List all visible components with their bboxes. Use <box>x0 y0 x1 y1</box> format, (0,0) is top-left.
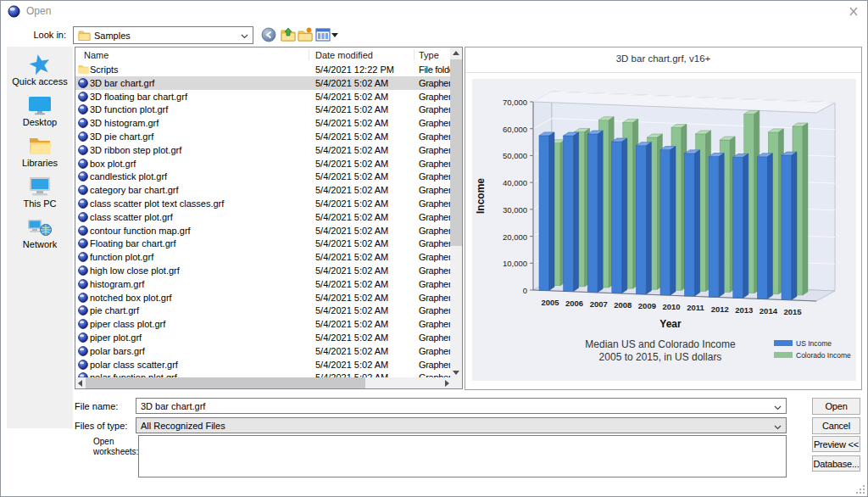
sidebar-item-quick-access[interactable]: Quick access <box>7 50 73 91</box>
svg-text:2015: 2015 <box>783 307 802 316</box>
file-row[interactable]: 3D histogram.grf5/4/2021 5:02 AMGrapher … <box>75 116 450 130</box>
file-name: Floating bar chart.grf <box>90 238 176 248</box>
file-row[interactable]: function plot.grf5/4/2021 5:02 AMGrapher… <box>75 250 450 264</box>
grapher-file-icon <box>78 145 88 155</box>
file-row[interactable]: class scatter plot.grf5/4/2021 5:02 AMGr… <box>75 210 450 224</box>
chevron-down-icon[interactable] <box>774 425 782 430</box>
svg-text:40,000: 40,000 <box>503 178 527 187</box>
vertical-scrollbar[interactable] <box>450 47 462 378</box>
new-folder-icon[interactable] <box>298 27 313 42</box>
file-row[interactable]: notched box plot.grf5/4/2021 5:02 AMGrap… <box>75 291 450 304</box>
file-row[interactable]: box plot.grf5/4/2021 5:02 AMGrapher F <box>75 157 450 170</box>
file-row[interactable]: contour function map.grf5/4/2021 5:02 AM… <box>75 224 450 237</box>
grapher-file-icon <box>78 346 88 356</box>
file-row[interactable]: polar function plot.grf5/4/2021 5:02 AMG… <box>75 371 450 377</box>
sidebar-item-label: Desktop <box>23 117 57 127</box>
svg-text:2013: 2013 <box>735 305 753 315</box>
resize-grip[interactable] <box>855 484 865 494</box>
preview-chart: 010,00020,00030,00040,00050,00060,00070,… <box>472 79 856 381</box>
file-row[interactable]: 3D floating bar chart.grf5/4/2021 5:02 A… <box>75 90 450 103</box>
svg-text:2012: 2012 <box>711 304 729 314</box>
sidebar-item-this-pc[interactable]: This PC <box>7 172 73 213</box>
look-in-label: Look in: <box>0 30 66 40</box>
vertical-scrollbar-thumb[interactable] <box>450 59 462 246</box>
file-row[interactable]: candlestick plot.grf5/4/2021 5:02 AMGrap… <box>75 170 450 183</box>
file-date-modified: 5/4/2021 5:02 AM <box>315 305 388 316</box>
horizontal-scrollbar[interactable] <box>75 377 452 388</box>
file-name: 3D ribbon step plot.grf <box>90 145 181 155</box>
view-menu-icon[interactable] <box>315 27 331 42</box>
file-name: polar bars.grf <box>90 346 145 356</box>
scroll-right-arrow[interactable] <box>445 380 449 387</box>
file-row[interactable]: class scatter plot text classes.grf5/4/2… <box>75 197 450 210</box>
view-menu-dropdown-arrow[interactable] <box>331 33 338 37</box>
back-button-icon[interactable] <box>261 27 276 42</box>
file-row[interactable]: Floating bar chart.grf5/4/2021 5:02 AMGr… <box>75 237 450 250</box>
grapher-file-icon <box>78 171 88 181</box>
svg-text:20,000: 20,000 <box>503 232 527 242</box>
scroll-left-arrow[interactable] <box>78 380 82 387</box>
file-date-modified: 5/4/2021 5:02 AM <box>315 118 388 128</box>
svg-text:2010: 2010 <box>662 302 680 311</box>
file-row[interactable]: pie chart.grf5/4/2021 5:02 AMGrapher F <box>75 304 450 317</box>
column-header-type[interactable]: Type <box>419 50 439 60</box>
grapher-file-icon <box>78 185 88 195</box>
file-name-combobox[interactable]: 3D bar chart.grf <box>136 398 787 414</box>
cancel-button[interactable]: Cancel <box>812 417 860 434</box>
file-date-modified: 5/4/2021 5:02 AM <box>315 279 388 289</box>
file-row[interactable]: high low close plot.grf5/4/2021 5:02 AMG… <box>75 264 450 277</box>
file-row[interactable]: piper plot.grf5/4/2021 5:02 AMGrapher F <box>75 331 450 344</box>
scroll-up-arrow[interactable] <box>453 51 459 55</box>
sidebar-item-network[interactable]: Network <box>7 213 73 254</box>
database-button[interactable]: Database... <box>812 455 860 472</box>
file-row[interactable]: piper class plot.grf5/4/2021 5:02 AMGrap… <box>75 317 450 331</box>
sidebar-item-desktop[interactable]: Desktop <box>7 91 73 131</box>
file-row[interactable]: 3D ribbon step plot.grf5/4/2021 5:02 AMG… <box>75 143 450 157</box>
file-name-label: File name: <box>75 401 118 411</box>
file-row[interactable]: polar class scatter.grf5/4/2021 5:02 AMG… <box>75 358 450 371</box>
libraries-icon <box>28 133 52 158</box>
grapher-file-icon <box>78 159 88 169</box>
file-row[interactable]: polar bars.grf5/4/2021 5:02 AMGrapher F <box>75 344 450 358</box>
open-button[interactable]: Open <box>812 398 860 415</box>
svg-text:2005: 2005 <box>541 298 559 307</box>
file-row[interactable]: 3D pie chart.grf5/4/2021 5:02 AMGrapher … <box>75 130 450 143</box>
file-type: Grapher F <box>419 185 450 195</box>
sidebar-item-libraries[interactable]: Libraries <box>7 131 73 172</box>
file-type: File folder <box>419 64 450 75</box>
look-in-combobox[interactable]: Samples <box>73 26 253 44</box>
column-header-name[interactable]: Name <box>84 50 108 60</box>
scroll-down-arrow[interactable] <box>453 371 459 375</box>
file-type: Grapher F <box>419 78 450 88</box>
horizontal-scrollbar-thumb[interactable] <box>86 377 365 388</box>
look-in-value: Samples <box>94 31 131 41</box>
file-name: category bar chart.grf <box>90 185 179 195</box>
open-worksheets-box[interactable] <box>138 435 787 477</box>
file-date-modified: 5/4/2021 5:02 AM <box>315 159 388 169</box>
files-of-type-combobox[interactable]: All Recognized Files <box>136 417 787 433</box>
file-date-modified: 5/4/2021 5:02 AM <box>315 198 388 209</box>
file-date-modified: 5/4/2021 5:02 AM <box>315 319 388 329</box>
column-header-date-modified[interactable]: Date modified <box>315 50 373 60</box>
file-row[interactable]: histogram.grf5/4/2021 5:02 AMGrapher F <box>75 277 450 291</box>
chevron-down-icon[interactable] <box>241 34 248 39</box>
bar-chart-svg: 010,00020,00030,00040,00050,00060,00070,… <box>472 79 856 381</box>
file-row[interactable]: 3D function plot.grf5/4/2021 5:02 AMGrap… <box>75 103 450 116</box>
close-button[interactable] <box>845 4 862 20</box>
up-one-level-icon[interactable] <box>281 27 296 42</box>
chevron-down-icon[interactable] <box>774 405 782 410</box>
file-row[interactable]: category bar chart.grf5/4/2021 5:02 AMGr… <box>75 183 450 197</box>
file-row[interactable]: Scripts5/4/2021 12:22 PMFile folder <box>75 63 450 76</box>
file-type: Grapher F <box>419 252 450 262</box>
preview-toggle-button[interactable]: Preview << <box>812 436 860 452</box>
grapher-file-icon <box>78 118 88 128</box>
files-of-type-value: All Recognized Files <box>141 421 225 431</box>
file-rows: Scripts5/4/2021 12:22 PMFile folder3D ba… <box>75 63 450 377</box>
files-of-type-label: Files of type: <box>75 421 127 431</box>
file-date-modified: 5/4/2021 5:02 AM <box>315 346 388 356</box>
file-row[interactable]: 3D bar chart.grf5/4/2021 5:02 AMGrapher … <box>75 76 450 90</box>
column-separator <box>414 49 415 60</box>
grapher-file-icon <box>78 92 88 102</box>
file-type: Grapher F <box>419 319 450 329</box>
file-date-modified: 5/4/2021 5:02 AM <box>315 78 388 88</box>
